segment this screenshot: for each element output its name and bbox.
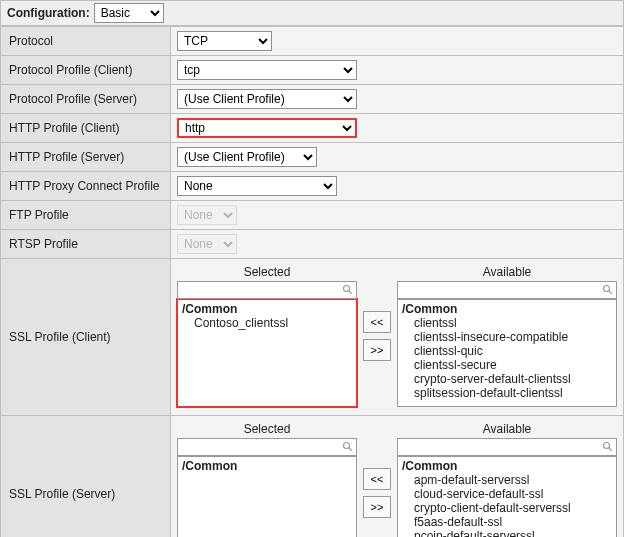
ssl-server-available-list[interactable]: /Common apm-default-serverssl cloud-serv…: [397, 456, 617, 537]
list-item[interactable]: apm-default-serverssl: [402, 473, 612, 487]
svg-point-6: [604, 443, 610, 449]
svg-point-4: [344, 443, 350, 449]
ssl-profile-server-label: SSL Profile (Server): [1, 416, 171, 538]
partition-group: /Common: [402, 302, 612, 316]
protocol-profile-client-select[interactable]: tcp: [177, 60, 357, 80]
list-item[interactable]: cloud-service-default-ssl: [402, 487, 612, 501]
ssl-client-selected-search[interactable]: [177, 281, 357, 299]
partition-group: /Common: [182, 302, 352, 316]
available-header: Available: [483, 422, 531, 436]
list-item[interactable]: clientssl: [402, 316, 612, 330]
svg-line-1: [349, 291, 352, 294]
configuration-select[interactable]: Basic: [94, 3, 164, 23]
move-left-button[interactable]: <<: [363, 468, 391, 490]
list-item[interactable]: f5aas-default-ssl: [402, 515, 612, 529]
list-item[interactable]: splitsession-default-clientssl: [402, 386, 612, 400]
move-left-button[interactable]: <<: [363, 311, 391, 333]
search-icon: [342, 284, 354, 296]
list-item[interactable]: Contoso_clientssl: [182, 316, 352, 330]
rtsp-profile-label: RTSP Profile: [1, 230, 171, 259]
selected-header: Selected: [244, 265, 291, 279]
list-item[interactable]: clientssl-secure: [402, 358, 612, 372]
protocol-profile-client-label: Protocol Profile (Client): [1, 56, 171, 85]
move-right-button[interactable]: >>: [363, 496, 391, 518]
http-profile-server-select[interactable]: (Use Client Profile): [177, 147, 317, 167]
svg-line-5: [349, 448, 352, 451]
selected-header: Selected: [244, 422, 291, 436]
protocol-profile-server-select[interactable]: (Use Client Profile): [177, 89, 357, 109]
http-profile-client-select[interactable]: http: [177, 118, 357, 138]
list-item[interactable]: clientssl-insecure-compatible: [402, 330, 612, 344]
ftp-profile-label: FTP Profile: [1, 201, 171, 230]
svg-point-0: [344, 286, 350, 292]
ssl-server-selected-list[interactable]: /Common: [177, 456, 357, 537]
partition-group: /Common: [402, 459, 612, 473]
ssl-profile-client-label: SSL Profile (Client): [1, 259, 171, 416]
protocol-label: Protocol: [1, 27, 171, 56]
ssl-client-selected-list[interactable]: /Common Contoso_clientssl: [177, 299, 357, 407]
ftp-profile-select: None: [177, 205, 237, 225]
http-proxy-connect-label: HTTP Proxy Connect Profile: [1, 172, 171, 201]
list-item[interactable]: crypto-client-default-serverssl: [402, 501, 612, 515]
svg-line-7: [609, 448, 612, 451]
http-profile-server-label: HTTP Profile (Server): [1, 143, 171, 172]
svg-line-3: [609, 291, 612, 294]
ssl-client-available-search[interactable]: [397, 281, 617, 299]
rtsp-profile-select: None: [177, 234, 237, 254]
ssl-server-available-search[interactable]: [397, 438, 617, 456]
ssl-server-selected-search[interactable]: [177, 438, 357, 456]
search-icon: [602, 441, 614, 453]
search-icon: [602, 284, 614, 296]
partition-group: /Common: [182, 459, 352, 473]
ssl-client-available-list[interactable]: /Common clientssl clientssl-insecure-com…: [397, 299, 617, 407]
protocol-profile-server-label: Protocol Profile (Server): [1, 85, 171, 114]
http-proxy-connect-select[interactable]: None: [177, 176, 337, 196]
list-item[interactable]: clientssl-quic: [402, 344, 612, 358]
list-item[interactable]: pcoip-default-serverssl: [402, 529, 612, 537]
list-item[interactable]: crypto-server-default-clientssl: [402, 372, 612, 386]
available-header: Available: [483, 265, 531, 279]
protocol-select[interactable]: TCP: [177, 31, 272, 51]
search-icon: [342, 441, 354, 453]
move-right-button[interactable]: >>: [363, 339, 391, 361]
configuration-label: Configuration:: [7, 6, 90, 20]
http-profile-client-label: HTTP Profile (Client): [1, 114, 171, 143]
svg-point-2: [604, 286, 610, 292]
